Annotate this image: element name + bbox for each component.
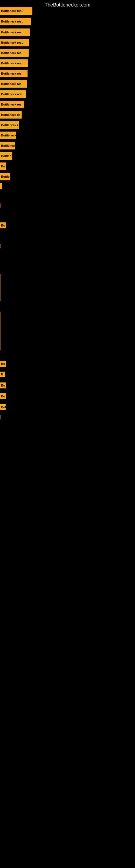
bar-label: Bottleneck res	[0, 101, 24, 108]
list-item: Bottleneck res	[0, 59, 28, 67]
list-item: Bottleneck res	[0, 90, 26, 98]
bar-label: Bo	[0, 393, 6, 399]
bar-label: Bottleneck resu	[0, 7, 32, 15]
list-item: Bo	[0, 361, 6, 367]
bar-label: Bottleneck res	[0, 80, 27, 88]
list-item: Bo	[0, 393, 6, 399]
bar-label: Bo	[0, 222, 6, 228]
list-item: Bottlen	[0, 152, 12, 160]
list-item	[0, 183, 2, 189]
list-item: Bottleneck r	[0, 131, 16, 139]
list-item: Bot	[0, 404, 6, 410]
bar-label: Bottleneck res	[0, 49, 29, 57]
list-item: Bottleneck resu	[0, 18, 31, 25]
list-item: Bo	[0, 162, 6, 170]
bar-label: Bottleneck res	[0, 90, 26, 98]
bar-label: Bottleneck res	[0, 59, 28, 67]
bar-label: Bottleneck r	[0, 131, 16, 139]
bar-label: B	[0, 372, 5, 377]
list-item: Bottleneck res	[0, 49, 29, 57]
list-item: Bottleneck res	[0, 80, 27, 88]
list-item: Bo	[0, 382, 6, 389]
bar-label: Bottleneck res	[0, 70, 28, 77]
bar-label: Bottleneck resu	[0, 18, 31, 25]
bar-label: Bottleneck r	[0, 121, 19, 129]
list-item: Bottleneck resu	[0, 7, 32, 15]
list-item: Bottleneck r	[0, 121, 19, 129]
bar-label: Bo	[0, 382, 6, 389]
chart-line	[1, 244, 1, 248]
list-item: Bottleneck resu	[0, 29, 30, 36]
bar-label: Bottleneck re	[0, 111, 21, 119]
list-item: Bottleneck res	[0, 70, 28, 77]
bar-label: Bo	[0, 162, 6, 170]
list-item: Bottle	[0, 173, 10, 180]
bar-label: Bottlen	[0, 152, 12, 160]
chart-line	[1, 312, 1, 350]
bar-label: Bottleneck resu	[0, 39, 29, 46]
list-item: Bo	[0, 222, 6, 228]
list-item: Bottleneck res	[0, 101, 24, 108]
chart-line	[1, 415, 1, 420]
list-item: Bottleneck re	[0, 111, 21, 119]
bar-label: Bo	[0, 361, 6, 367]
chart-line	[1, 204, 1, 208]
bar-label: Bottle	[0, 173, 10, 180]
bar-label: Bottleneck r	[0, 142, 15, 150]
list-item: Bottleneck r	[0, 142, 15, 150]
list-item: B	[0, 372, 5, 377]
bar-label: Bottleneck resu	[0, 29, 30, 36]
bar-label	[0, 183, 2, 189]
list-item: Bottleneck resu	[0, 39, 29, 46]
chart-line	[1, 274, 1, 301]
bar-label: Bot	[0, 404, 6, 410]
